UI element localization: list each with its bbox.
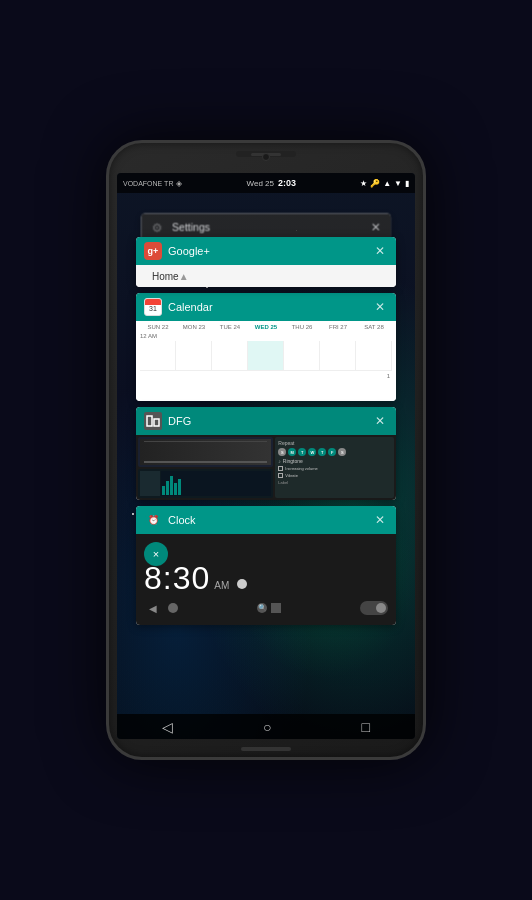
clock-back-btn[interactable]: ◀ <box>144 599 162 617</box>
svg-rect-0 <box>147 416 152 426</box>
settings-icon: ⚙ <box>149 218 166 235</box>
clock-ampm: AM <box>214 580 229 591</box>
googleplus-chevron: ▲ <box>179 271 189 282</box>
clock-dot-btn[interactable] <box>168 603 178 613</box>
recent-apps-inner: ⚙ Settings ✕ g+ Google+ ✕ Home <box>117 205 415 625</box>
dfg-ringtone-row: ♪ Ringtone <box>278 458 391 464</box>
dfg-title: DFG <box>168 415 366 427</box>
star-icon: ★ <box>360 179 367 188</box>
front-camera <box>262 153 270 161</box>
clock-close-btn[interactable]: ✕ <box>372 512 388 528</box>
volume-up-button[interactable] <box>423 283 426 303</box>
status-bar: VODAFONE TR ◈ Wed 25 2:03 ★ 🔑 ▲ ▼ ▮ <box>117 173 415 193</box>
battery-icon: ▮ <box>405 179 409 188</box>
navigation-bar: ◁ ○ □ <box>117 714 415 739</box>
recent-apps-container: ⚙ Settings ✕ g+ Google+ ✕ Home <box>117 195 415 739</box>
clock-dismiss-button[interactable]: × <box>144 542 168 566</box>
dfg-close-btn[interactable]: ✕ <box>372 413 388 429</box>
calendar-body: SUN 22 MON 23 TUE 24 WED 25 THU 26 FRI 2… <box>136 321 396 401</box>
cal-day-thu: THU 26 <box>284 324 320 330</box>
dfg-day-dots: S M T W T F S <box>278 448 391 456</box>
sim-icon: ◈ <box>176 179 182 188</box>
clock-stop-btn[interactable] <box>271 603 281 613</box>
clock-app-card[interactable]: ⏰ Clock ✕ × 8:30 AM <box>136 506 396 625</box>
status-left: VODAFONE TR ◈ <box>123 179 182 188</box>
dfg-repeat-label: Repeat <box>278 440 391 446</box>
clock-search-btn[interactable]: 🔍 <box>257 603 267 613</box>
clock-title: Clock <box>168 514 366 526</box>
dfg-right-panel: Repeat S M T W T F S ♪ <box>275 437 394 498</box>
googleplus-card-body: Home ▲ <box>136 265 396 287</box>
calendar-card-header: 31 Calendar ✕ <box>136 293 396 321</box>
calendar-close-btn[interactable]: ✕ <box>372 299 388 315</box>
cal-day-wed: WED 25 <box>248 324 284 330</box>
calendar-title: Calendar <box>168 301 366 313</box>
cal-day-mon: MON 23 <box>176 324 212 330</box>
cal-day-sun: SUN 22 <box>140 324 176 330</box>
wifi-icon: ▼ <box>394 179 402 188</box>
googleplus-icon: g+ <box>144 242 162 260</box>
nav-recents-btn[interactable]: □ <box>362 719 370 735</box>
key-icon: 🔑 <box>370 179 380 188</box>
dfg-icon <box>144 412 162 430</box>
clock-time-row: 8:30 AM <box>144 560 247 597</box>
dfg-body: Repeat S M T W T F S ♪ <box>136 435 396 500</box>
settings-close-btn[interactable]: ✕ <box>368 219 383 234</box>
status-date: Wed 25 <box>247 179 274 188</box>
cal-day-fri: FRI 27 <box>320 324 356 330</box>
dfg-vibrate-row: Vibrate <box>278 473 391 478</box>
power-button[interactable] <box>106 263 109 293</box>
dfg-app-card[interactable]: DFG ✕ <box>136 407 396 500</box>
nav-home-btn[interactable]: ○ <box>263 719 271 735</box>
dfg-label-row: Label <box>278 480 391 485</box>
calendar-icon: 31 <box>144 298 162 316</box>
phone-shell: VODAFONE TR ◈ Wed 25 2:03 ★ 🔑 ▲ ▼ ▮ <box>106 140 426 760</box>
phone-screen: VODAFONE TR ◈ Wed 25 2:03 ★ 🔑 ▲ ▼ ▮ <box>117 173 415 739</box>
snooze-toggle[interactable] <box>360 601 388 615</box>
status-time: 2:03 <box>278 178 296 188</box>
cal-day-num: 1 <box>387 373 390 379</box>
dfg-volume-row: Increasing volume <box>278 466 391 471</box>
clock-dismiss-area: × <box>144 542 168 560</box>
nav-back-btn[interactable]: ◁ <box>162 719 173 735</box>
settings-title: Settings <box>172 221 362 233</box>
dfg-card-header: DFG ✕ <box>136 407 396 435</box>
googleplus-app-card[interactable]: g+ Google+ ✕ Home ▲ <box>136 237 396 287</box>
googleplus-card-header: g+ Google+ ✕ <box>136 237 396 265</box>
volume-down-button[interactable] <box>423 308 426 328</box>
cal-time-label: 12 AM <box>140 333 157 339</box>
clock-icon: ⏰ <box>144 511 162 529</box>
carrier-label: VODAFONE TR <box>123 180 173 187</box>
clock-body: × 8:30 AM ◀ <box>136 534 396 625</box>
dfg-left-panels <box>138 437 273 498</box>
status-center: Wed 25 2:03 <box>247 178 296 188</box>
calendar-grid <box>136 341 396 371</box>
cal-day-sat: SAT 28 <box>356 324 392 330</box>
calendar-app-card[interactable]: 31 Calendar ✕ SUN 22 MON 23 TUE 24 WED 2… <box>136 293 396 401</box>
clock-card-header: ⏰ Clock ✕ <box>136 506 396 534</box>
status-right: ★ 🔑 ▲ ▼ ▮ <box>360 179 409 188</box>
googleplus-home-label: Home <box>152 271 179 282</box>
cal-day-tue: TUE 24 <box>212 324 248 330</box>
snooze-toggle-thumb <box>376 603 386 613</box>
clock-slider-row: ◀ 🔍 <box>144 599 388 617</box>
phone-bottom-bar <box>241 747 291 751</box>
svg-rect-1 <box>154 419 159 426</box>
calendar-header-row: SUN 22 MON 23 TUE 24 WED 25 THU 26 FRI 2… <box>136 321 396 333</box>
signal-icon: ▲ <box>383 179 391 188</box>
googleplus-close-btn[interactable]: ✕ <box>372 243 388 259</box>
clock-dot <box>237 579 247 589</box>
googleplus-title: Google+ <box>168 245 366 257</box>
